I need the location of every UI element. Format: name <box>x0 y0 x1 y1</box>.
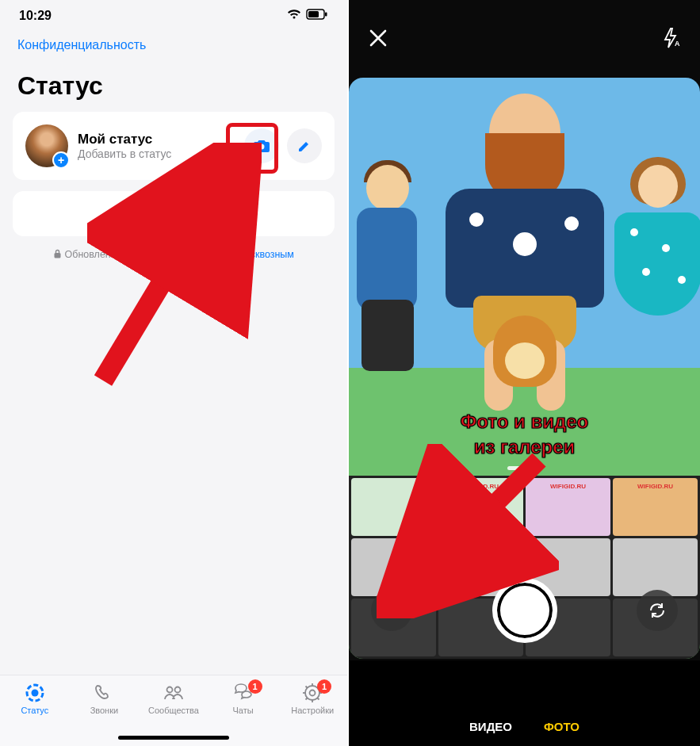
edit-button[interactable] <box>287 128 322 163</box>
gallery-button[interactable] <box>371 590 412 631</box>
thumbnail[interactable]: WIFIGID.RU <box>438 478 523 536</box>
thumbnail[interactable]: WIFIGID.RU <box>613 478 698 536</box>
tab-settings[interactable]: 1 Настройки <box>281 682 344 715</box>
illustration-bearded-man <box>438 94 612 347</box>
phone-icon <box>92 682 116 704</box>
gallery-handle[interactable] <box>507 466 542 470</box>
communities-icon <box>162 682 186 704</box>
tab-label: Настройки <box>291 706 334 715</box>
svg-text:A: A <box>675 40 680 48</box>
encryption-note: Обновления вашего статуса защищены сквоз… <box>0 236 347 284</box>
svg-rect-1 <box>308 11 319 17</box>
no-recent-statuses: Нет недавних статусов. <box>13 191 335 236</box>
illustration-beaver <box>493 316 557 387</box>
annotation-text-2: из галереи <box>474 436 576 459</box>
tab-label: Статус <box>21 706 48 715</box>
annotation-text-1: Фото и видео <box>461 411 588 434</box>
status-icon <box>23 682 47 704</box>
svg-point-8 <box>174 687 180 693</box>
page-title: Статус <box>0 52 347 112</box>
svg-line-18 <box>306 698 308 700</box>
home-indicator <box>118 736 229 740</box>
tab-label: Звонки <box>90 706 119 715</box>
camera-viewfinder: Фото и видео из галереи WIFIGID.RU WIFIG… <box>349 78 700 659</box>
svg-point-7 <box>166 687 172 693</box>
avatar[interactable]: + <box>25 124 68 167</box>
tab-communities[interactable]: Сообщества <box>142 682 205 715</box>
tab-label: Чаты <box>233 706 254 715</box>
ios-status-bar: 10:29 <box>0 0 347 32</box>
privacy-link[interactable]: Конфиденциальность <box>0 32 347 52</box>
my-status-card[interactable]: + Мой статус Добавить в статус <box>13 112 335 180</box>
svg-point-6 <box>31 690 38 697</box>
camera-screen: A <box>349 0 700 746</box>
illustration-glasses-guy <box>352 165 423 371</box>
my-status-text: Мой статус Добавить в статус <box>78 132 171 160</box>
pencil-icon <box>296 138 312 154</box>
svg-line-15 <box>306 687 308 688</box>
flash-auto-icon: A <box>662 27 681 49</box>
wifi-icon <box>287 9 301 23</box>
svg-rect-4 <box>55 253 61 258</box>
tab-status[interactable]: Статус <box>3 682 67 715</box>
flash-button[interactable]: A <box>662 27 681 52</box>
flip-camera-button[interactable] <box>637 590 678 631</box>
lock-icon <box>53 249 64 260</box>
status-screen: 10:29 Конфиденциальность Статус + Мой ст… <box>0 0 349 746</box>
image-icon <box>381 602 402 619</box>
thumbnail[interactable]: WIFIGID.RU <box>526 478 610 536</box>
clock: 10:29 <box>19 9 52 23</box>
flip-icon <box>647 600 667 621</box>
battery-icon <box>306 9 328 23</box>
svg-line-16 <box>318 698 319 700</box>
thumbnail[interactable] <box>351 478 436 536</box>
mode-video[interactable]: ВИДЕО <box>469 720 512 733</box>
annotation-highlight <box>226 123 278 174</box>
badge: 1 <box>248 679 262 694</box>
plus-icon: + <box>52 151 70 169</box>
svg-point-21 <box>387 606 390 610</box>
svg-rect-2 <box>325 13 327 17</box>
mode-photo[interactable]: ФОТО <box>544 720 580 733</box>
camera-modes: ВИДЕО ФОТО <box>469 720 580 733</box>
tab-bar: Статус Звонки Сообщества 1 Чаты 1 Настро… <box>0 675 347 746</box>
tab-label: Сообщества <box>148 706 199 715</box>
close-button[interactable] <box>368 28 388 52</box>
tab-calls[interactable]: Звонки <box>72 682 136 715</box>
illustration-girl <box>618 157 697 379</box>
my-status-title: Мой статус <box>78 132 171 147</box>
svg-point-10 <box>310 691 316 696</box>
tab-chats[interactable]: 1 Чаты <box>212 682 275 715</box>
shutter-button[interactable] <box>492 578 557 643</box>
my-status-subtitle: Добавить в статус <box>78 147 171 160</box>
badge: 1 <box>317 679 331 694</box>
close-icon <box>368 28 388 48</box>
